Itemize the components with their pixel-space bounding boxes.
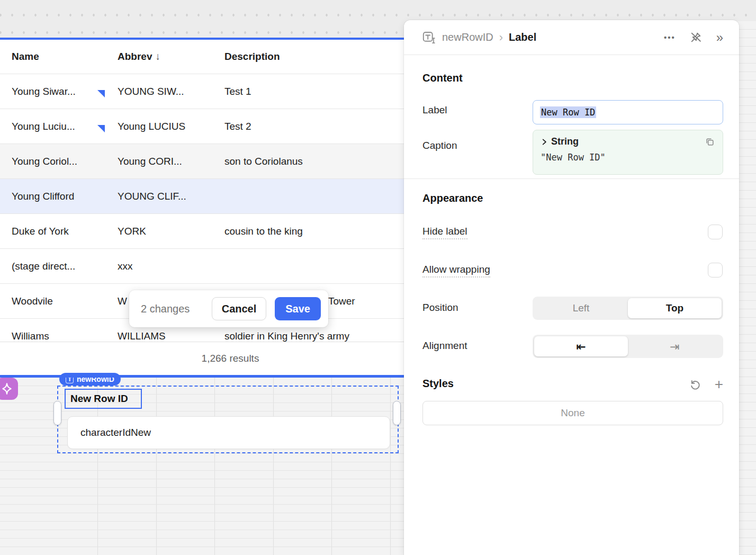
position-label: Position [422,302,458,314]
breadcrumb-component-name[interactable]: newRowID [442,31,493,43]
table-top-border [0,38,461,40]
text-input-icon [422,30,436,44]
hide-label-checkbox[interactable] [708,225,723,239]
reset-styles-icon[interactable] [689,378,702,391]
add-style-icon[interactable]: + [715,377,723,392]
ai-sparkle-icon[interactable] [0,378,18,400]
section-divider [404,178,739,179]
table-row[interactable]: Young Siwar... YOUNG SIW... Test 1 [0,74,461,109]
copy-icon[interactable] [705,137,715,147]
table-row-selected[interactable]: Young Clifford YOUNG CLIF... [0,179,461,214]
hide-label-label: Hide label [422,226,467,237]
chevron-right-icon[interactable] [541,138,548,146]
edited-cell-icon [97,90,105,97]
table-bottom-border [0,375,461,378]
column-header-name[interactable]: Name [0,51,106,62]
label-input[interactable]: New Row ID [533,100,723,124]
table-row[interactable]: Young Luciu... Young LUCIUS Test 2 [0,109,461,144]
breadcrumb-selected-part: Label [509,31,536,43]
changes-count: 2 changes [141,303,203,315]
selected-component-newRowID[interactable]: New Row ID characterIdNew [57,386,399,453]
sort-descending-icon: ↓ [155,51,160,62]
caption-code-editor[interactable]: String "New Row ID" [533,130,723,175]
component-label-text: New Row ID [70,393,128,405]
table-row[interactable]: (stage direct... xxx [0,249,461,284]
styles-section-title: Styles [422,378,454,390]
cancel-button[interactable]: Cancel [212,297,267,320]
styles-none-box[interactable]: None [422,401,723,425]
table-row[interactable]: Young Coriol... Young CORI... son to Cor… [0,144,461,179]
table-footer: 1,266 results [0,342,461,375]
resize-handle-right[interactable] [393,401,401,425]
collapse-panel-icon[interactable]: » [716,31,723,44]
column-header-abbrev[interactable]: Abbrev↓ [106,51,213,62]
label-input-selected-text: New Row ID [540,106,596,118]
edited-cell-icon [97,125,105,132]
inspector-header: newRowID › Label ••• » [404,20,739,55]
align-left-icon: ⇤ [576,340,586,353]
unsaved-changes-toolbar: 2 changes Cancel Save [129,290,328,327]
save-button[interactable]: Save [275,297,321,320]
caption-field-label: Caption [422,140,457,151]
caption-type-label: String [551,136,579,147]
align-left-option[interactable]: ⇤ [534,336,628,356]
results-count: 1,266 results [202,353,259,364]
component-input-value: characterIdNew [80,427,151,438]
resize-handle-left[interactable] [53,401,61,425]
label-field-label: Label [422,104,447,116]
unpin-icon[interactable] [689,31,703,44]
content-section-title: Content [422,72,463,84]
caption-value: "New Row ID" [541,152,715,163]
more-options-icon[interactable]: ••• [664,33,676,42]
position-option-top[interactable]: Top [628,298,722,318]
align-right-icon: ⇥ [670,340,679,353]
alignment-label: Alignment [422,340,467,352]
appearance-section-title: Appearance [422,192,483,204]
component-label[interactable]: New Row ID [65,389,142,409]
position-segmented-control: Left Top [533,297,723,320]
position-option-left[interactable]: Left [534,298,628,318]
breadcrumb-separator-icon: › [499,32,503,43]
inspector-panel: newRowID › Label ••• » Content Label New… [404,20,739,555]
table-header-row: Name Abbrev↓ Description [0,40,461,74]
component-text-input[interactable]: characterIdNew [67,416,390,449]
alignment-segmented-control: ⇤ ⇥ [533,335,723,358]
align-right-option[interactable]: ⇥ [628,336,722,356]
allow-wrapping-checkbox[interactable] [708,263,723,278]
table-row[interactable]: Duke of York YORK cousin to the king [0,214,461,249]
allow-wrapping-label: Allow wrapping [422,264,490,275]
